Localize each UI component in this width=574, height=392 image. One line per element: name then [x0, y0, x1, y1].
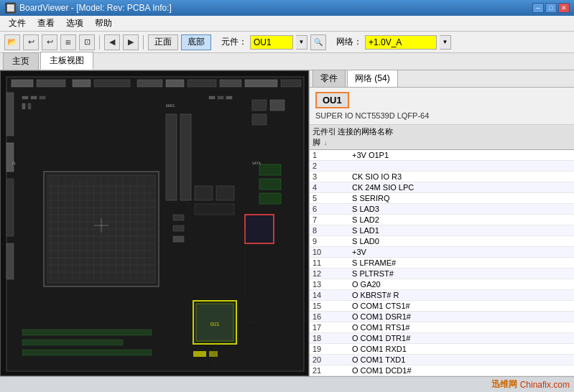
- svg-rect-57: [173, 225, 184, 231]
- svg-rect-3: [37, 80, 65, 87]
- svg-rect-76: [193, 351, 206, 357]
- pin-net: S SERIRQ: [352, 194, 571, 202]
- pin-row[interactable]: 20 O COM1 TXD1: [310, 355, 574, 365]
- pin-header-num[interactable]: 元件引脚 ↓: [313, 126, 338, 148]
- pin-row[interactable]: 7 S LAD2: [310, 215, 574, 225]
- pin-num: 9: [313, 237, 338, 246]
- svg-rect-13: [6, 143, 14, 172]
- svg-rect-5: [94, 80, 130, 87]
- menu-options[interactable]: 选项: [60, 16, 89, 31]
- toolbar-btn-1[interactable]: 📂: [4, 34, 20, 50]
- svg-rect-69: [252, 114, 267, 125]
- svg-rect-65: [218, 96, 223, 99]
- tab-home[interactable]: 主页: [3, 52, 39, 70]
- pin-table-body[interactable]: 1 +3V O1P1 2 3 CK SIO IO R3 4 CK 24M SIO…: [310, 150, 574, 376]
- pin-row[interactable]: 5 S SERIRQ: [310, 193, 574, 204]
- pin-row[interactable]: 13 O GA20: [310, 279, 574, 290]
- net-dropdown[interactable]: ▼: [440, 35, 451, 50]
- pin-dir: [338, 162, 352, 170]
- pin-dir: [338, 312, 352, 321]
- right-tab-parts[interactable]: 零件: [313, 70, 346, 87]
- pin-net: S LAD1: [352, 226, 571, 235]
- toolbar-btn-5[interactable]: ⊡: [79, 34, 95, 50]
- pin-row[interactable]: 3 CK SIO IO R3: [310, 172, 574, 182]
- pin-row[interactable]: 12 S PLTRST#: [310, 269, 574, 279]
- pin-num: 15: [313, 302, 338, 310]
- pin-dir: [338, 302, 352, 310]
- menu-view[interactable]: 查看: [32, 16, 60, 31]
- right-tab-nets[interactable]: 网络 (54): [347, 70, 398, 87]
- close-button[interactable]: ✕: [558, 3, 570, 13]
- toolbar-btn-2[interactable]: ↩: [23, 34, 39, 50]
- pin-dir: [338, 258, 352, 267]
- watermark: 迅维网 Chinafix.com: [491, 378, 570, 391]
- svg-rect-77: [209, 351, 218, 357]
- pin-num: 19: [313, 345, 338, 353]
- sort-arrow: ↓: [324, 139, 328, 146]
- pin-net: O COM1 DTR1#: [352, 334, 571, 342]
- component-badge: OU1: [315, 92, 349, 108]
- back-side-button[interactable]: 底部: [181, 34, 211, 50]
- pin-row[interactable]: 9 S LAD0: [310, 236, 574, 247]
- svg-rect-7: [166, 80, 184, 87]
- svg-rect-60: [31, 96, 37, 99]
- pin-row[interactable]: 19 O COM1 RXD1: [310, 344, 574, 355]
- pin-row[interactable]: 1 +3V O1P1: [310, 150, 574, 161]
- pin-row[interactable]: 14 O KBRST# R: [310, 290, 574, 301]
- pin-dir: [338, 151, 352, 159]
- pin-row[interactable]: 8 S LAD1: [310, 225, 574, 236]
- svg-rect-72: [195, 204, 234, 215]
- maximize-button[interactable]: □: [545, 3, 557, 13]
- component-input[interactable]: [250, 35, 293, 50]
- pin-dir: [338, 183, 352, 192]
- pin-row[interactable]: 18 O COM1 DTR1#: [310, 333, 574, 344]
- window-title: BoardViewer - [Model: Rev: PCBA Info:]: [19, 3, 532, 13]
- svg-rect-50: [22, 340, 123, 345]
- pin-num: 1: [313, 151, 338, 159]
- pin-dir: [338, 248, 352, 256]
- pin-row[interactable]: 6 S LAD3: [310, 204, 574, 215]
- pin-dir: [338, 269, 352, 278]
- pin-row[interactable]: 2: [310, 161, 574, 172]
- svg-rect-4: [73, 80, 91, 87]
- pcb-view[interactable]: OU1: [0, 70, 309, 376]
- pin-row[interactable]: 10 +3V: [310, 247, 574, 258]
- pin-net: O COM1 DCD1#: [352, 366, 571, 375]
- component-dropdown[interactable]: ▼: [296, 35, 307, 50]
- svg-rect-55: [245, 215, 274, 243]
- pin-dir: [338, 291, 352, 299]
- svg-rect-6: [137, 80, 162, 87]
- toolbar-btn-4[interactable]: ⊞: [60, 34, 76, 50]
- tab-board-view[interactable]: 主板视图: [40, 52, 93, 70]
- separator-2: [143, 35, 144, 50]
- component-info: OU1 SUPER IO NCT5539D LQFP-64: [310, 88, 574, 125]
- pin-dir: [338, 205, 352, 213]
- component-search-btn[interactable]: 🔍: [310, 34, 326, 50]
- menu-help[interactable]: 帮助: [89, 16, 118, 31]
- pin-dir: [338, 172, 352, 181]
- pin-row[interactable]: 16 O COM1 DSR1#: [310, 312, 574, 322]
- minimize-button[interactable]: ─: [532, 3, 544, 13]
- component-desc: SUPER IO NCT5539D LQFP-64: [315, 111, 568, 120]
- pin-row[interactable]: 4 CK 24M SIO LPC: [310, 182, 574, 193]
- svg-rect-71: [216, 186, 234, 200]
- component-label: 元件：: [221, 36, 247, 48]
- net-input[interactable]: [365, 35, 437, 50]
- pin-row[interactable]: 15 O COM1 CTS1#: [310, 301, 574, 312]
- pin-num: 4: [313, 183, 338, 192]
- svg-rect-62: [22, 103, 25, 109]
- pin-row[interactable]: 21 O COM1 DCD1#: [310, 365, 574, 376]
- pin-row[interactable]: 11 S LFRAME#: [310, 258, 574, 269]
- pin-row[interactable]: 17 O COM1 RTS1#: [310, 322, 574, 333]
- toolbar-btn-3[interactable]: ↩: [42, 34, 57, 50]
- status-bar: 迅维网 Chinafix.com: [0, 376, 574, 392]
- watermark-logo: 迅维网: [491, 378, 517, 391]
- pin-net: CK SIO IO R3: [352, 172, 571, 181]
- toolbar: 📂 ↩ ↩ ⊞ ⊡ ◀ ▶ 正面 底部 元件： ▼ 🔍 网络： ▼: [0, 32, 574, 53]
- menu-file[interactable]: 文件: [3, 16, 32, 31]
- toolbar-btn-right[interactable]: ▶: [123, 34, 139, 50]
- toolbar-btn-left[interactable]: ◀: [104, 34, 120, 50]
- pin-dir: [338, 345, 352, 353]
- front-side-button[interactable]: 正面: [148, 34, 178, 50]
- pin-num: 17: [313, 323, 338, 332]
